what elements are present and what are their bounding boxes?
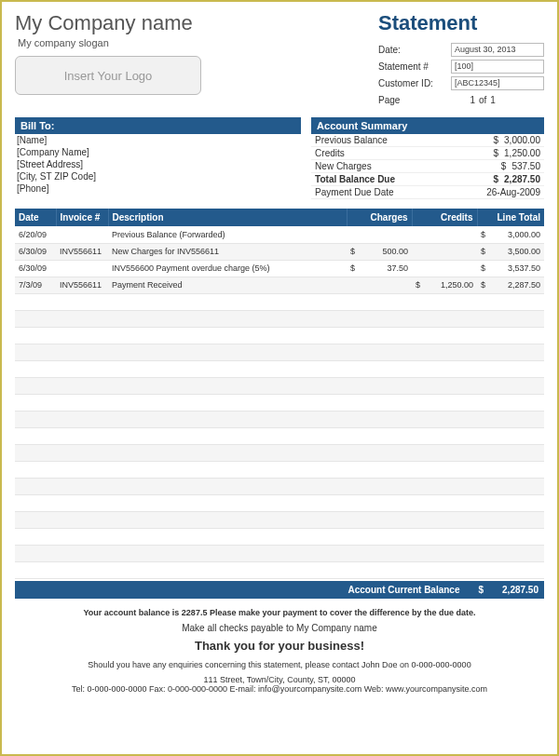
table-row: 6/20/09Previous Balance (Forwarded)$3,00… xyxy=(15,226,544,243)
billto-line: [Street Address] xyxy=(15,158,301,170)
billto-lines: [Name][Company Name][Street Address][Cit… xyxy=(15,134,301,195)
summary-row: Credits$1,250.00 xyxy=(311,147,544,160)
table-row xyxy=(15,478,544,494)
summary-row: Payment Due Date26-Aug-2009 xyxy=(311,186,544,199)
table-row xyxy=(15,411,544,427)
meta-page-num: 1 xyxy=(451,95,475,105)
table-row xyxy=(15,377,544,394)
summary-row: Total Balance Due$2,287.50 xyxy=(311,173,544,186)
table-row xyxy=(15,461,544,478)
table-row xyxy=(15,327,544,344)
table-row: 6/30/09INV556611New Charges for INV55661… xyxy=(15,243,544,260)
billto-line: [City, ST ZIP Code] xyxy=(15,170,301,182)
billto-line: [Name] xyxy=(15,134,301,146)
col-description: Description xyxy=(108,209,347,226)
lines-table: Date Invoice # Description Charges Credi… xyxy=(15,209,544,579)
meta-page-total: 1 xyxy=(490,95,496,105)
total-value: 2,287.50 xyxy=(502,585,539,595)
footer-contact: Tel: 0-000-000-0000 Fax: 0-000-000-0000 … xyxy=(15,684,544,694)
col-invoice: Invoice # xyxy=(56,209,108,226)
company-slogan: My company slogan xyxy=(18,37,201,48)
summary-row: New Charges$537.50 xyxy=(311,160,544,173)
table-row xyxy=(15,394,544,411)
meta-stmt-input[interactable] xyxy=(451,60,544,74)
billto-line: [Company Name] xyxy=(15,146,301,158)
col-line-total: Line Total xyxy=(477,209,544,226)
table-row xyxy=(15,310,544,327)
col-credits: Credits xyxy=(412,209,477,226)
total-currency: $ xyxy=(479,585,484,595)
table-row xyxy=(15,545,544,561)
table-row xyxy=(15,344,544,360)
table-row xyxy=(15,427,544,444)
col-charges: Charges xyxy=(347,209,412,226)
footer-payable: Make all checks payable to My Company na… xyxy=(15,623,544,633)
meta-stmt-label: Statement # xyxy=(378,61,451,72)
table-row: 6/30/09INV556600 Payment overdue charge … xyxy=(15,260,544,277)
footer-thanks: Thank you for your business! xyxy=(15,639,544,653)
meta-cust-label: Customer ID: xyxy=(378,78,451,88)
company-name: My Company name xyxy=(15,11,201,35)
table-row: 7/3/09INV556611Payment Received$1,250.00… xyxy=(15,277,544,293)
billto-line: [Phone] xyxy=(15,182,301,195)
total-bar: Account Current Balance $ 2,287.50 xyxy=(15,581,544,599)
table-row xyxy=(15,561,544,578)
summary-row: Previous Balance$3,000.00 xyxy=(311,134,544,147)
meta-date-input[interactable] xyxy=(451,43,544,57)
table-row xyxy=(15,444,544,461)
meta-page-label: Page xyxy=(378,95,451,105)
meta-cust-input[interactable] xyxy=(451,76,544,90)
billto-title: Bill To: xyxy=(15,117,301,134)
table-row xyxy=(15,528,544,545)
table-row xyxy=(15,360,544,377)
total-label: Account Current Balance xyxy=(348,585,459,595)
footer-enquiry: Should you have any enquiries concerning… xyxy=(15,660,544,669)
table-row xyxy=(15,293,544,310)
summary-title: Account Summary xyxy=(311,117,544,134)
table-row xyxy=(15,494,544,511)
document-title: Statement xyxy=(378,11,544,35)
col-date: Date xyxy=(15,209,56,226)
logo-placeholder[interactable]: Insert Your Logo xyxy=(15,56,201,95)
table-row xyxy=(15,511,544,528)
meta-page-of: of xyxy=(479,95,486,105)
footer-address: 111 Street, Town/City, County, ST, 00000 xyxy=(15,675,544,684)
meta-date-label: Date: xyxy=(378,45,451,55)
footer-balance-msg: Your account balance is 2287.5 Please ma… xyxy=(15,608,544,617)
